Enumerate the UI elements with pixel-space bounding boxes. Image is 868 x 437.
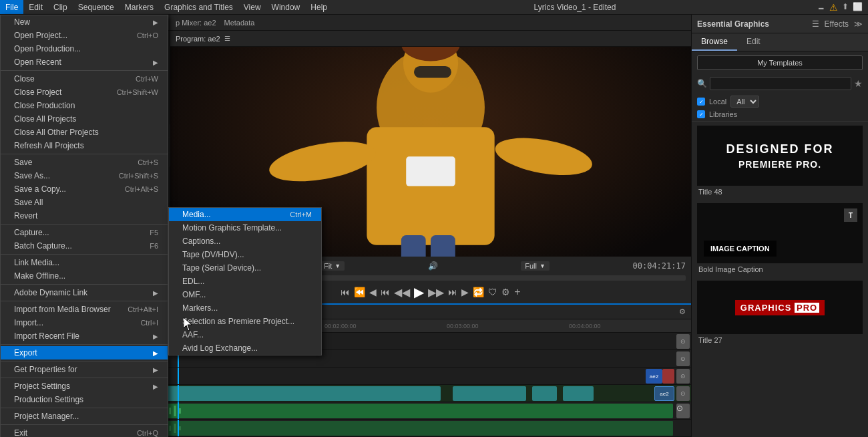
export-media[interactable]: Media... Ctrl+M <box>169 208 321 221</box>
v1-clip-main[interactable] <box>135 386 441 401</box>
menu-link-media[interactable]: Link Media... <box>1 256 168 269</box>
step-back-button[interactable]: ⏪ <box>354 287 365 297</box>
go-in-button[interactable]: ⏮ <box>381 287 390 297</box>
eg-tab-browse[interactable]: Browse <box>692 33 737 51</box>
safe-button[interactable]: 🛡 <box>488 287 497 297</box>
add-marker-button[interactable]: + <box>514 286 520 298</box>
template-thumb-3[interactable]: GRAPHICS PRO <box>697 281 863 334</box>
menu-refresh-all[interactable]: Refresh All Projects <box>1 139 168 152</box>
menu-save-copy[interactable]: Save a Copy... Ctrl+Alt+S <box>1 182 168 196</box>
v1-clip-3[interactable] <box>453 386 526 401</box>
next-frame-button[interactable]: ▶ <box>461 287 469 297</box>
eg-search-input[interactable] <box>710 77 851 90</box>
export-omf[interactable]: OMF... <box>169 288 321 301</box>
menu-close[interactable]: Close Ctrl+W <box>1 72 168 86</box>
my-templates-button[interactable]: My Templates <box>697 55 863 70</box>
menu-close-all-projects[interactable]: Close All Projects <box>1 112 168 126</box>
speaker-control[interactable]: 🔊 <box>428 261 438 271</box>
menu-batch-capture[interactable]: Batch Capture... F6 <box>1 239 168 253</box>
play-button[interactable]: ▶ <box>414 284 424 300</box>
go-out-button[interactable]: ⏭ <box>448 287 457 297</box>
menu-export[interactable]: Export ▶ <box>1 346 168 359</box>
timeline-tool-1[interactable]: ⚙ <box>679 307 686 316</box>
export-tape-dv[interactable]: Tape (DV/HDV)... <box>169 248 321 261</box>
export-markers[interactable]: Markers... <box>169 301 321 315</box>
menu-project-manager[interactable]: Project Manager... <box>1 410 168 423</box>
export-avid-log[interactable]: Avid Log Exchange... <box>169 341 321 355</box>
menu-graphics[interactable]: Graphics and Titles <box>159 0 238 14</box>
eg-expand-icon[interactable]: ≫ <box>854 19 863 29</box>
export-selection-as-premiere[interactable]: Selection as Premiere Project... <box>169 315 321 328</box>
export-edl[interactable]: EDL... <box>169 275 321 288</box>
metadata-tab-label[interactable]: Metadata <box>224 19 255 27</box>
a1-audio-clip[interactable] <box>80 404 673 418</box>
loop-button[interactable]: 🔁 <box>473 287 484 297</box>
track-v2-content[interactable]: ⊙ ae2 <box>80 368 691 385</box>
local-checkbox[interactable]: ✓ <box>697 98 705 106</box>
export-tape-serial[interactable]: Tape (Serial Device)... <box>169 261 321 275</box>
menu-save[interactable]: Save Ctrl+S <box>1 156 168 169</box>
menu-save-as[interactable]: Save As... Ctrl+Shift+S <box>1 169 168 182</box>
icon-minimize[interactable]: 🗕 <box>817 2 825 13</box>
menu-production-settings[interactable]: Production Settings <box>1 393 168 406</box>
track-v1-content[interactable]: fx fx ae2 ⊙ <box>80 385 691 402</box>
go-start-button[interactable]: ⏮ <box>341 287 350 297</box>
menu-sequence[interactable]: Sequence <box>73 0 120 14</box>
quality-dropdown[interactable]: Full ▼ <box>521 261 550 271</box>
v2-red-clip[interactable] <box>662 369 674 384</box>
track-a2-content[interactable] <box>80 420 691 437</box>
menu-open-recent[interactable]: Open Recent ▶ <box>1 55 168 69</box>
icon-maximize[interactable]: ⬜ <box>853 2 863 13</box>
v1-clip-4[interactable] <box>532 386 557 401</box>
menu-save-all[interactable]: Save All <box>1 196 168 209</box>
program-menu-icon[interactable]: ☰ <box>224 35 230 42</box>
eg-effects-label[interactable]: Effects <box>825 19 849 29</box>
menu-window[interactable]: Window <box>266 0 306 14</box>
menu-import[interactable]: Import... Ctrl+I <box>1 316 168 329</box>
menu-make-offline[interactable]: Make Offline... <box>1 269 168 283</box>
menu-close-project[interactable]: Close Project Ctrl+Shift+W <box>1 86 168 99</box>
menu-dynamic-link[interactable]: Adobe Dynamic Link ▶ <box>1 286 168 299</box>
menu-import-recent[interactable]: Import Recent File ▶ <box>1 329 168 343</box>
eg-tab-edit[interactable]: Edit <box>737 33 770 51</box>
menu-new[interactable]: New ▶ <box>1 15 168 29</box>
menu-project-settings[interactable]: Project Settings ▶ <box>1 380 168 393</box>
export-aaf[interactable]: AAF... <box>169 328 321 341</box>
menu-revert[interactable]: Revert <box>1 209 168 223</box>
prev-frame-button[interactable]: ◀ <box>369 287 377 297</box>
a2-audio-clip[interactable] <box>80 421 673 436</box>
menu-exit[interactable]: Exit Ctrl+Q <box>1 426 168 437</box>
fit-dropdown[interactable]: Fit ▼ <box>320 261 345 271</box>
libraries-checkbox[interactable]: ✓ <box>697 110 705 118</box>
v2-ae2-clip[interactable]: ae2 <box>646 369 662 384</box>
v1-clip-5[interactable] <box>563 386 594 401</box>
menu-get-properties[interactable]: Get Properties for ▶ <box>1 363 168 376</box>
star-icon[interactable]: ★ <box>854 78 863 89</box>
menu-clip[interactable]: Clip <box>48 0 73 14</box>
export-motion-graphics-template[interactable]: Motion Graphics Template... <box>169 221 321 235</box>
menu-capture[interactable]: Capture... F5 <box>1 226 168 239</box>
settings-button[interactable]: ⚙ <box>501 287 510 297</box>
menu-dynamic-link-arrow: ▶ <box>153 289 158 297</box>
mixer-tab-label[interactable]: p Mixer: ae2 <box>176 19 216 27</box>
menu-help[interactable]: Help <box>305 0 333 14</box>
menu-open-project[interactable]: Open Project... Ctrl+O <box>1 29 168 42</box>
template-thumb-1[interactable]: DESIGNED FOR PREMIERE PRO. <box>697 126 863 186</box>
menu-close-production[interactable]: Close Production <box>1 99 168 112</box>
menu-edit[interactable]: Edit <box>23 0 48 14</box>
menu-open-production[interactable]: Open Production... <box>1 42 168 55</box>
track-a1-content[interactable]: ⊙ <box>80 402 691 420</box>
export-captions[interactable]: Captions... <box>169 235 321 248</box>
all-select[interactable]: All <box>730 96 759 108</box>
template-thumb-2[interactable]: IMAGE CAPTION T <box>697 203 863 263</box>
menu-import-from-browser[interactable]: Import from Media Browser Ctrl+Alt+I <box>1 303 168 316</box>
menu-markers[interactable]: Markers <box>120 0 159 14</box>
eg-menu-icon[interactable]: ☰ <box>812 19 819 29</box>
fast-forward-button[interactable]: ▶▶ <box>428 286 444 299</box>
v1-ae2-clip[interactable]: ae2 <box>654 386 674 401</box>
rewind-button[interactable]: ◀◀ <box>394 286 410 299</box>
menu-file[interactable]: File <box>0 0 23 14</box>
icon-export[interactable]: ⬆ <box>842 2 849 13</box>
menu-view[interactable]: View <box>238 0 266 14</box>
menu-close-all-other[interactable]: Close All Other Projects <box>1 126 168 139</box>
